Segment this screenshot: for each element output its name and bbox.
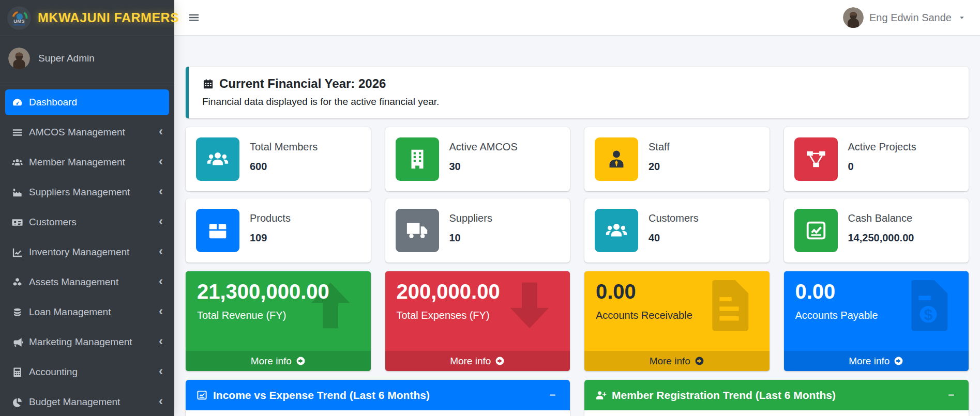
info-box-value: 10 [449, 232, 492, 244]
card-title: Member Registration Trend (Last 6 Months… [612, 389, 836, 402]
hamburger-menu-icon[interactable] [188, 11, 200, 24]
chevron-left-icon: ‹ [159, 275, 163, 287]
collapse-button[interactable] [546, 388, 560, 402]
sidebar-item-budget-management[interactable]: Budget Management ‹ [5, 389, 169, 415]
card-header: Member Registration Trend (Last 6 Months… [584, 380, 969, 410]
ums-logo-icon [7, 6, 31, 30]
more-info-link[interactable]: More info [784, 351, 969, 371]
small-box-total-expenses: 200,000.00 Total Expenses (FY) More info [385, 271, 570, 371]
sidebar-item-label: Budget Management [29, 396, 120, 408]
sidebar-item-label: Loan Management [29, 306, 111, 318]
small-box-label: Accounts Receivable [596, 310, 758, 321]
avatar [8, 48, 30, 69]
sidebar-item-amcos-management[interactable]: AMCOS Management ‹ [5, 119, 169, 145]
info-box-suppliers: Suppliers10 [385, 198, 570, 263]
info-box-active-amcos: Active AMCOS30 [385, 127, 570, 191]
chevron-left-icon: ‹ [159, 155, 163, 167]
more-info-link[interactable]: More info [385, 351, 570, 371]
cubes-icon [11, 276, 29, 288]
chart-line-icon [11, 246, 29, 258]
tachometer-icon [11, 97, 29, 109]
small-box-value: 200,000.00 [397, 280, 559, 303]
sidebar-item-inventory-management[interactable]: Inventory Management ‹ [5, 239, 169, 265]
caret-down-icon [957, 13, 967, 22]
arrow-circle-right-icon [894, 356, 903, 366]
users-icon [11, 157, 29, 168]
minus-icon [548, 390, 557, 400]
info-box-value: 30 [449, 161, 518, 173]
sidebar-item-suppliers-management[interactable]: Suppliers Management ‹ [5, 179, 169, 205]
chevron-left-icon: ‹ [159, 245, 163, 257]
sidebar-item-customers[interactable]: Customers ‹ [5, 209, 169, 235]
calendar-icon [202, 78, 214, 90]
more-info-link[interactable]: More info [584, 351, 770, 371]
info-box-label: Active Projects [848, 141, 916, 153]
info-box-label: Suppliers [449, 212, 492, 224]
bullhorn-icon [11, 336, 29, 348]
sidebar-item-label: Member Management [29, 157, 125, 168]
small-box-accounts-payable: 0.00 Accounts Payable More info [784, 271, 969, 371]
sidebar-item-accounting[interactable]: Accounting ‹ [5, 359, 169, 385]
small-box-value: 21,300,000.00 [197, 280, 359, 303]
sidebar-item-label: Assets Management [29, 276, 118, 288]
minus-icon [946, 390, 956, 400]
sidebar-user-panel[interactable]: Super Admin [0, 36, 174, 83]
sidebar-item-label: Dashboard [29, 97, 77, 108]
sidebar-item-label: Accounting [29, 366, 78, 378]
more-info-link[interactable]: More info [186, 351, 371, 371]
info-box-label: Cash Balance [848, 212, 914, 224]
info-box-staff: Staff20 [584, 127, 770, 191]
sidebar-item-loan-management[interactable]: Loan Management ‹ [5, 299, 169, 325]
arrow-circle-right-icon [495, 356, 505, 366]
info-box-active-projects: Active Projects0 [784, 127, 969, 191]
info-box-value: 600 [250, 161, 318, 173]
users-icon [196, 137, 239, 181]
info-box-value: 109 [250, 232, 291, 244]
chevron-left-icon: ‹ [159, 335, 163, 347]
info-box-value: 40 [649, 232, 699, 244]
info-box-products: Products109 [186, 198, 371, 263]
card-title: Income vs Expense Trend (Last 6 Months) [213, 389, 430, 402]
income-expense-chart-card: Income vs Expense Trend (Last 6 Months) [186, 380, 570, 416]
small-box-label: Accounts Payable [795, 310, 958, 321]
truck-icon [396, 209, 439, 252]
top-navbar: Eng Edwin Sande [174, 0, 980, 36]
brand-title: MKWAJUNI FARMERS [38, 10, 179, 25]
chevron-left-icon: ‹ [159, 215, 163, 227]
info-box-label: Staff [649, 141, 670, 153]
member-registration-chart-card: Member Registration Trend (Last 6 Months… [584, 380, 969, 416]
content-area: Current Financial Year: 2026 Financial d… [174, 36, 980, 416]
info-box-label: Customers [649, 212, 699, 224]
info-box-total-members: Total Members600 [186, 127, 371, 191]
small-box-value: 0.00 [596, 280, 758, 303]
building-icon [396, 137, 439, 181]
info-box-label: Total Members [250, 141, 318, 153]
info-box-cash-balance: Cash Balance14,250,000.00 [784, 198, 969, 263]
info-box-value: 0 [848, 161, 916, 173]
charts-row: Income vs Expense Trend (Last 6 Months) … [186, 380, 969, 416]
sidebar-item-member-management[interactable]: Member Management ‹ [5, 149, 169, 175]
sidebar-item-label: Suppliers Management [29, 187, 130, 198]
sidebar-item-assets-management[interactable]: Assets Management ‹ [5, 269, 169, 295]
sidebar-item-label: Customers [29, 217, 77, 228]
financial-year-callout: Current Financial Year: 2026 Financial d… [186, 67, 969, 118]
info-box-grid: Total Members600 Active AMCOS30 Staff20 … [186, 127, 969, 263]
small-box-value: 0.00 [795, 280, 958, 303]
chart-line-icon [794, 209, 838, 252]
arrow-circle-right-icon [695, 356, 704, 366]
user-plus-icon [595, 389, 607, 401]
info-box-value: 14,250,000.00 [848, 232, 914, 244]
sidebar-item-dashboard[interactable]: Dashboard [5, 89, 169, 115]
arrow-circle-right-icon [296, 356, 306, 366]
user-menu[interactable]: Eng Edwin Sande [843, 7, 967, 28]
small-box-grid: 21,300,000.00 Total Revenue (FY) More in… [186, 271, 969, 371]
chevron-left-icon: ‹ [159, 125, 163, 137]
brand[interactable]: MKWAJUNI FARMERS [0, 0, 174, 36]
chart-line-icon [196, 389, 208, 401]
sidebar-item-marketing-management[interactable]: Marketing Management ‹ [5, 329, 169, 355]
info-box-label: Active AMCOS [449, 141, 518, 153]
chevron-left-icon: ‹ [159, 185, 163, 197]
chevron-left-icon: ‹ [159, 365, 163, 377]
collapse-button[interactable] [944, 388, 958, 402]
sidebar-user-name: Super Admin [38, 53, 95, 64]
